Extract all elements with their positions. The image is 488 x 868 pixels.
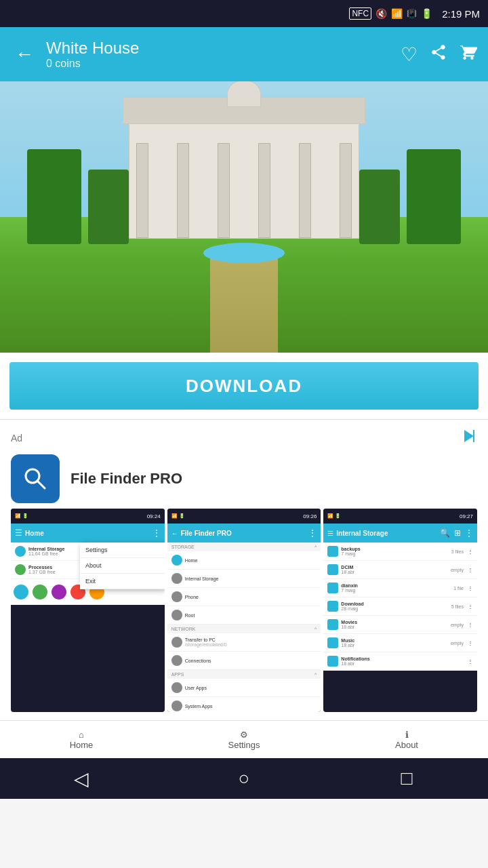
minecraft-scene	[0, 81, 488, 353]
app-bar: ← White House 0 coins ♡	[0, 27, 488, 81]
ss2-appbar: ← File Finder PRO ⋮	[167, 524, 321, 542]
ad-app-icon[interactable]	[11, 454, 60, 503]
cart-icon[interactable]	[460, 43, 477, 66]
ss3-topbar: 📶 🔋 09:27	[323, 509, 477, 524]
back-button[interactable]: ←	[11, 43, 38, 65]
like-icon[interactable]: ♡	[401, 43, 418, 66]
app-bar-title: White House	[46, 39, 392, 58]
status-time: 2:19 PM	[442, 8, 480, 20]
building-columns	[136, 143, 352, 238]
status-icon-mute: 🔇	[375, 8, 387, 19]
ad-section: Ad File Finder PRO 📶 🔋 09:24 ☰	[0, 419, 488, 720]
share-icon[interactable]	[430, 43, 447, 66]
ss2-content: STORAGE^ Home Internal Storage Phone Roo…	[167, 542, 321, 712]
android-back-button[interactable]: ◁	[54, 758, 108, 799]
status-bar: NFC 🔇 📶 📳 🔋 2:19 PM	[0, 0, 488, 27]
home-nav-icon: ○	[239, 768, 250, 789]
ss2-topbar: 📶 🔋 09:26	[167, 509, 321, 524]
ss3-content: backups 7 maig 3 files ⋮ DCIM 18 abr emp…	[323, 542, 477, 671]
tab-about[interactable]: ℹ About	[325, 721, 488, 758]
screenshot-3: 📶 🔋 09:27 ☰ Internal Storage 🔍 ⊞ ⋮ backu…	[323, 509, 477, 712]
status-icon-sim: 📳	[407, 9, 417, 18]
tab-settings-label: Settings	[228, 740, 260, 750]
android-home-button[interactable]: ○	[217, 758, 271, 799]
tab-settings[interactable]: ⚙ Settings	[163, 721, 325, 758]
ss3-appbar: ☰ Internal Storage 🔍 ⊞ ⋮	[323, 524, 477, 542]
ss1-topbar: 📶 🔋 09:24	[11, 509, 165, 524]
app-bar-title-group: White House 0 coins	[46, 39, 392, 70]
ad-label: Ad	[11, 433, 22, 443]
screenshot-2: 📶 🔋 09:26 ← File Finder PRO ⋮ STORAGE^ H…	[167, 509, 321, 712]
tree-right2	[359, 170, 400, 244]
download-section: DOWNLOAD	[0, 353, 488, 419]
tree-left	[27, 149, 81, 244]
app-bar-actions: ♡	[401, 43, 477, 66]
recents-nav-icon: □	[401, 768, 413, 789]
status-icon-battery: 🔋	[421, 8, 432, 19]
download-button[interactable]: DOWNLOAD	[9, 362, 479, 410]
android-recents-button[interactable]: □	[380, 758, 434, 799]
ad-app-name: File Finder PRO	[70, 470, 182, 488]
back-nav-icon: ◁	[74, 768, 89, 790]
tree-left2	[88, 170, 129, 244]
ad-app-row: File Finder PRO	[11, 454, 477, 503]
hero-image	[0, 81, 488, 353]
ss1-appbar: ☰ Home ⋮	[11, 524, 165, 542]
settings-icon: ⚙	[240, 730, 248, 740]
svg-rect-2	[19, 462, 52, 495]
screenshot-1: 📶 🔋 09:24 ☰ Home ⋮ Internal Storage 11.6…	[11, 509, 165, 712]
ad-play-icon[interactable]	[461, 428, 477, 448]
ss1-menu: Settings About Exit	[80, 542, 165, 589]
home-icon: ⌂	[79, 730, 84, 740]
svg-marker-0	[464, 430, 474, 442]
ad-header: Ad	[11, 428, 477, 448]
tab-about-label: About	[395, 740, 418, 750]
fountain	[203, 243, 285, 263]
info-icon: ℹ	[405, 730, 409, 740]
status-icons: NFC 🔇 📶 📳 🔋 2:19 PM	[349, 7, 480, 20]
tree-right	[407, 149, 461, 244]
status-icon-wifi: 📶	[391, 8, 403, 19]
building-dome	[227, 81, 261, 107]
tab-home[interactable]: ⌂ Home	[0, 721, 163, 758]
path	[210, 258, 278, 353]
screenshots-row: 📶 🔋 09:24 ☰ Home ⋮ Internal Storage 11.6…	[11, 503, 477, 712]
app-bar-subtitle: 0 coins	[46, 58, 392, 70]
tab-home-label: Home	[70, 740, 94, 750]
status-icon-nfc: NFC	[349, 7, 371, 20]
building	[129, 117, 359, 239]
android-nav-bar: ◁ ○ □	[0, 758, 488, 799]
bottom-tabs: ⌂ Home ⚙ Settings ℹ About	[0, 720, 488, 758]
